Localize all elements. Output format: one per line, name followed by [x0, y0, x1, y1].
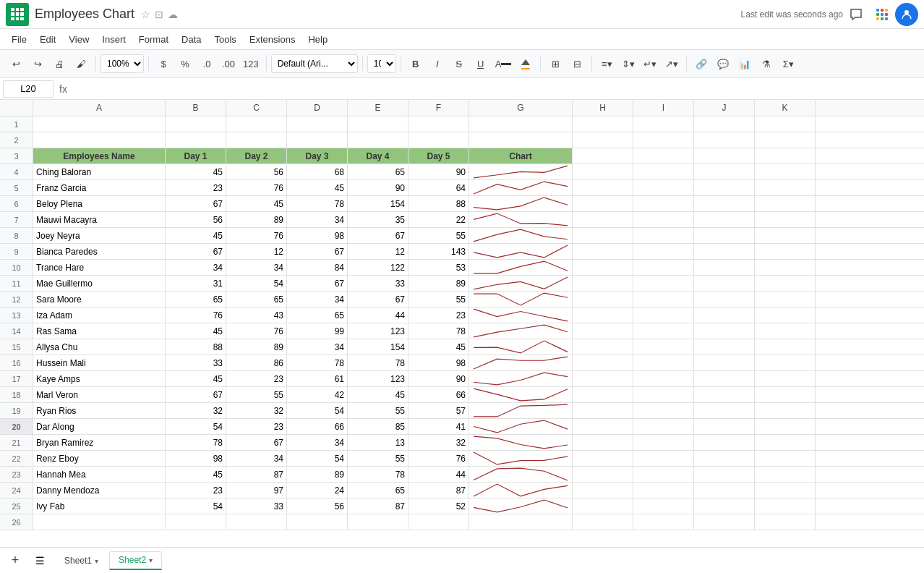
cell-K1[interactable] — [755, 116, 816, 132]
cell-H8[interactable] — [573, 228, 633, 243]
cell-K15[interactable] — [755, 339, 816, 355]
cell-E11[interactable]: 33 — [348, 276, 408, 291]
cell-A19[interactable]: Ryan Rios — [33, 403, 166, 418]
cell-C13[interactable]: 43 — [226, 307, 287, 323]
cell-A16[interactable]: Hussein Mali — [33, 355, 166, 370]
cell-I11[interactable] — [633, 276, 694, 291]
cell-A13[interactable]: Iza Adam — [33, 307, 166, 323]
font-select[interactable]: Default (Ari... — [271, 54, 358, 73]
cell-E9[interactable]: 12 — [348, 244, 408, 259]
cell-A23[interactable]: Hannah Mea — [33, 467, 166, 482]
cell-G4[interactable] — [469, 164, 573, 179]
chart-btn[interactable]: 📊 — [735, 54, 755, 74]
borders-btn[interactable]: ⊞ — [545, 54, 565, 74]
cell-D15[interactable]: 34 — [287, 339, 348, 355]
cell-I9[interactable] — [633, 244, 694, 259]
cell-G2[interactable] — [469, 132, 573, 148]
cell-J13[interactable] — [694, 307, 755, 323]
cell-K20[interactable] — [755, 419, 816, 434]
cell-E2[interactable] — [348, 132, 408, 148]
cell-E8[interactable]: 67 — [348, 228, 408, 243]
decimal-less-btn[interactable]: .0 — [197, 54, 217, 74]
cell-J12[interactable] — [694, 292, 755, 307]
cell-I24[interactable] — [633, 483, 694, 498]
cell-J17[interactable] — [694, 371, 755, 386]
cell-B15[interactable]: 88 — [166, 339, 226, 355]
cell-D9[interactable]: 67 — [287, 244, 348, 259]
cell-K12[interactable] — [755, 292, 816, 307]
cell-G15[interactable] — [469, 339, 573, 355]
cell-G23[interactable] — [469, 467, 573, 482]
cell-K11[interactable] — [755, 276, 816, 291]
cell-A15[interactable]: Allysa Chu — [33, 339, 166, 355]
cell-K6[interactable] — [755, 196, 816, 211]
cell-K3[interactable] — [755, 148, 816, 164]
undo-btn[interactable]: ↩ — [6, 54, 26, 74]
halign-btn[interactable]: ≡▾ — [596, 54, 617, 74]
cell-A8[interactable]: Joey Neyra — [33, 228, 166, 243]
cell-F25[interactable]: 52 — [408, 498, 469, 514]
folder-icon[interactable]: ⊡ — [155, 9, 163, 20]
cell-H5[interactable] — [573, 180, 633, 195]
format-type-btn[interactable]: 123 — [240, 54, 262, 74]
cell-B13[interactable]: 76 — [166, 307, 226, 323]
cell-E16[interactable]: 78 — [348, 355, 408, 370]
cell-H25[interactable] — [573, 498, 633, 514]
menu-format[interactable]: Format — [133, 32, 174, 47]
cell-F5[interactable]: 64 — [408, 180, 469, 195]
cloud-icon[interactable]: ☁ — [168, 9, 178, 20]
cell-H3[interactable] — [573, 148, 633, 164]
cell-A17[interactable]: Kaye Amps — [33, 371, 166, 386]
col-header-G[interactable]: G — [469, 100, 573, 116]
cell-ref-input[interactable] — [3, 80, 54, 98]
cell-A2[interactable] — [33, 132, 166, 148]
cell-H9[interactable] — [573, 244, 633, 259]
cell-I26[interactable] — [633, 514, 694, 530]
cell-C20[interactable]: 23 — [226, 419, 287, 434]
col-header-I[interactable]: I — [633, 100, 694, 116]
currency-btn[interactable]: $ — [153, 54, 174, 74]
strikethrough-btn[interactable]: S — [449, 54, 469, 74]
cell-H18[interactable] — [573, 387, 633, 402]
font-size-select[interactable]: 1081214 — [367, 54, 396, 73]
menu-tools[interactable]: Tools — [208, 32, 241, 47]
menu-extensions[interactable]: Extensions — [244, 32, 301, 47]
cell-H14[interactable] — [573, 323, 633, 339]
cell-B25[interactable]: 54 — [166, 498, 226, 514]
cell-I8[interactable] — [633, 228, 694, 243]
star-icon[interactable]: ☆ — [141, 9, 150, 20]
cell-F16[interactable]: 98 — [408, 355, 469, 370]
cell-B24[interactable]: 23 — [166, 483, 226, 498]
cell-D3-header[interactable]: Day 3 — [287, 148, 348, 164]
cell-I6[interactable] — [633, 196, 694, 211]
cell-H23[interactable] — [573, 467, 633, 482]
cell-G7[interactable] — [469, 212, 573, 227]
cell-J7[interactable] — [694, 212, 755, 227]
cell-F8[interactable]: 55 — [408, 228, 469, 243]
cell-A5[interactable]: Franz Garcia — [33, 180, 166, 195]
cell-D23[interactable]: 89 — [287, 467, 348, 482]
cell-D11[interactable]: 67 — [287, 276, 348, 291]
cell-D24[interactable]: 24 — [287, 483, 348, 498]
cell-F14[interactable]: 78 — [408, 323, 469, 339]
cell-J26[interactable] — [694, 514, 755, 530]
cell-B9[interactable]: 67 — [166, 244, 226, 259]
cell-C19[interactable]: 32 — [226, 403, 287, 418]
cell-B16[interactable]: 33 — [166, 355, 226, 370]
cell-J24[interactable] — [694, 483, 755, 498]
cell-G1[interactable] — [469, 116, 573, 132]
cell-K4[interactable] — [755, 164, 816, 179]
cell-I18[interactable] — [633, 387, 694, 402]
cell-F1[interactable] — [408, 116, 469, 132]
cell-E17[interactable]: 123 — [348, 371, 408, 386]
cell-E7[interactable]: 35 — [348, 212, 408, 227]
decimal-more-btn[interactable]: .00 — [218, 54, 239, 74]
menu-file[interactable]: File — [6, 32, 33, 47]
comment-btn[interactable] — [843, 1, 869, 27]
cell-G9[interactable] — [469, 244, 573, 259]
cell-C9[interactable]: 12 — [226, 244, 287, 259]
cell-J16[interactable] — [694, 355, 755, 370]
cell-E19[interactable]: 55 — [348, 403, 408, 418]
cell-J4[interactable] — [694, 164, 755, 179]
cell-A22[interactable]: Renz Eboy — [33, 451, 166, 466]
